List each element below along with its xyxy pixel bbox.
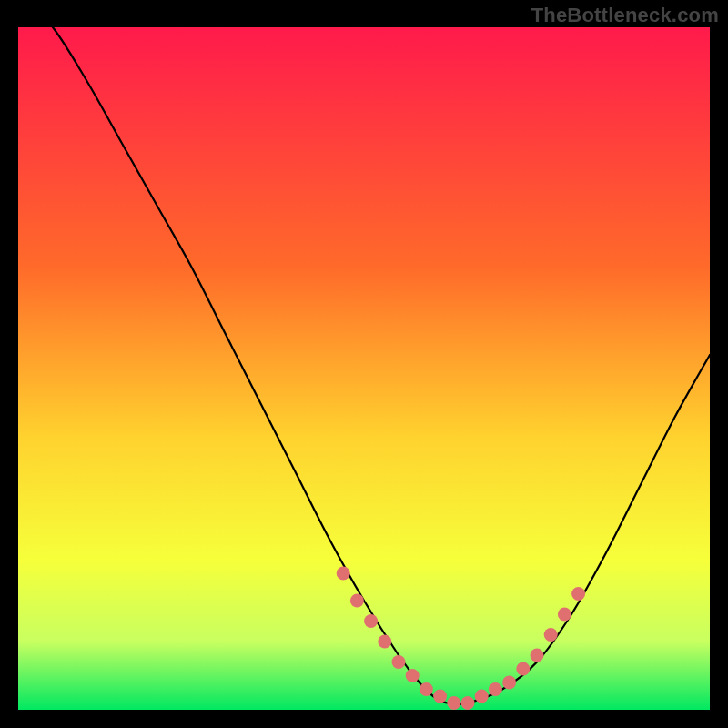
data-point-marker <box>392 655 406 669</box>
data-point-marker <box>420 682 433 696</box>
data-point-marker <box>516 662 530 676</box>
watermark-text: TheBottleneck.com <box>531 4 719 27</box>
data-point-marker <box>475 690 489 703</box>
chart-plot-area <box>18 27 710 710</box>
data-point-marker <box>406 669 420 682</box>
data-point-marker <box>378 635 391 649</box>
data-point-marker <box>461 696 475 710</box>
chart-svg <box>18 27 710 710</box>
data-point-marker <box>531 649 544 662</box>
data-point-marker <box>502 676 516 690</box>
data-point-marker <box>544 628 558 642</box>
data-point-marker <box>364 614 378 628</box>
data-point-marker <box>489 682 502 696</box>
data-point-marker <box>558 608 571 622</box>
data-point-marker <box>433 690 447 703</box>
chart-stage: TheBottleneck.com <box>0 0 728 728</box>
data-point-marker <box>571 587 585 601</box>
gradient-background <box>18 27 710 710</box>
data-point-marker <box>350 594 364 608</box>
data-point-marker <box>337 567 350 581</box>
data-point-marker <box>447 696 460 710</box>
